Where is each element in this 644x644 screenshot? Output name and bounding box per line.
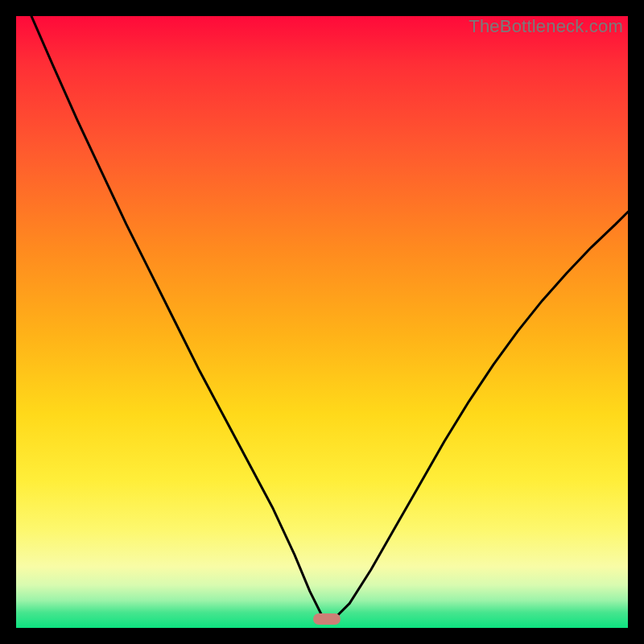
chart-frame: TheBottleneck.com <box>0 0 644 644</box>
plot-area: TheBottleneck.com <box>16 16 628 628</box>
bottleneck-curve <box>16 16 628 628</box>
optimal-marker <box>313 613 341 625</box>
